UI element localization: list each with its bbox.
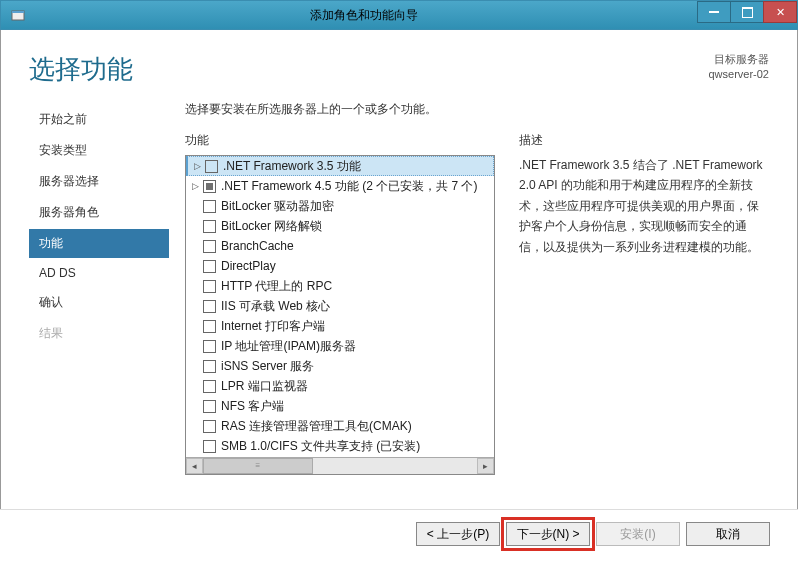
feature-label: Internet 打印客户端 — [221, 318, 325, 335]
feature-label: BitLocker 网络解锁 — [221, 218, 322, 235]
feature-label: BitLocker 驱动器加密 — [221, 198, 334, 215]
server-name: qwserver-02 — [708, 67, 769, 82]
cancel-button[interactable]: 取消 — [686, 522, 770, 546]
minimize-button[interactable] — [697, 1, 731, 23]
feature-label: iSNS Server 服务 — [221, 358, 314, 375]
server-label: 目标服务器 — [708, 52, 769, 67]
feature-row[interactable]: ▷.NET Framework 3.5 功能 — [186, 156, 494, 176]
scroll-track[interactable]: ≡ — [203, 458, 477, 474]
nav-item-0[interactable]: 开始之前 — [29, 105, 169, 134]
feature-checkbox[interactable] — [203, 360, 216, 373]
feature-checkbox[interactable] — [203, 400, 216, 413]
feature-row[interactable]: Internet 打印客户端 — [186, 316, 494, 336]
feature-row[interactable]: SMB 1.0/CIFS 文件共享支持 (已安装) — [186, 436, 494, 456]
nav-item-5[interactable]: AD DS — [29, 260, 169, 286]
feature-label: .NET Framework 3.5 功能 — [223, 158, 361, 175]
wizard-nav: 开始之前安装类型服务器选择服务器角色功能AD DS确认结果 — [29, 101, 169, 475]
feature-checkbox[interactable] — [203, 300, 216, 313]
feature-label: DirectPlay — [221, 259, 276, 273]
feature-label: IIS 可承载 Web 核心 — [221, 298, 330, 315]
feature-checkbox[interactable] — [203, 280, 216, 293]
feature-row[interactable]: iSNS Server 服务 — [186, 356, 494, 376]
instruction-text: 选择要安装在所选服务器上的一个或多个功能。 — [185, 101, 769, 118]
wizard-footer: < 上一步(P) 下一步(N) > 安装(I) 取消 — [0, 509, 798, 562]
install-button[interactable]: 安装(I) — [596, 522, 680, 546]
feature-checkbox[interactable] — [203, 220, 216, 233]
feature-row[interactable]: IP 地址管理(IPAM)服务器 — [186, 336, 494, 356]
page-title: 选择功能 — [29, 52, 708, 87]
description-heading: 描述 — [519, 132, 769, 149]
window-body: 选择功能 目标服务器 qwserver-02 开始之前安装类型服务器选择服务器角… — [0, 30, 798, 560]
feature-checkbox[interactable] — [203, 340, 216, 353]
feature-row[interactable]: NFS 客户端 — [186, 396, 494, 416]
feature-checkbox[interactable] — [203, 200, 216, 213]
app-icon — [7, 4, 29, 26]
feature-row[interactable]: HTTP 代理上的 RPC — [186, 276, 494, 296]
nav-item-2[interactable]: 服务器选择 — [29, 167, 169, 196]
scroll-left-button[interactable]: ◂ — [186, 458, 203, 474]
feature-row[interactable]: BitLocker 驱动器加密 — [186, 196, 494, 216]
next-button[interactable]: 下一步(N) > — [506, 522, 590, 546]
description-text: .NET Framework 3.5 结合了 .NET Framework 2.… — [519, 155, 769, 257]
feature-row[interactable]: LPR 端口监视器 — [186, 376, 494, 396]
maximize-button[interactable] — [730, 1, 764, 23]
feature-row[interactable]: RAS 连接管理器管理工具包(CMAK) — [186, 416, 494, 436]
nav-item-3[interactable]: 服务器角色 — [29, 198, 169, 227]
expander-icon[interactable]: ▷ — [192, 161, 202, 171]
scroll-right-button[interactable]: ▸ — [477, 458, 494, 474]
expander-icon[interactable]: ▷ — [190, 181, 200, 191]
feature-checkbox[interactable] — [203, 420, 216, 433]
feature-label: SMB 1.0/CIFS 文件共享支持 (已安装) — [221, 438, 420, 455]
feature-checkbox[interactable] — [205, 160, 218, 173]
feature-checkbox[interactable] — [203, 440, 216, 453]
feature-checkbox[interactable] — [203, 320, 216, 333]
server-info: 目标服务器 qwserver-02 — [708, 52, 769, 83]
feature-row[interactable]: ▷.NET Framework 4.5 功能 (2 个已安装，共 7 个) — [186, 176, 494, 196]
feature-label: NFS 客户端 — [221, 398, 284, 415]
feature-row[interactable]: BranchCache — [186, 236, 494, 256]
nav-item-6[interactable]: 确认 — [29, 288, 169, 317]
close-button[interactable] — [763, 1, 797, 23]
feature-row[interactable]: DirectPlay — [186, 256, 494, 276]
titlebar: 添加角色和功能向导 — [0, 0, 798, 30]
window-title: 添加角色和功能向导 — [29, 7, 698, 24]
scroll-thumb[interactable]: ≡ — [203, 458, 313, 474]
nav-item-7: 结果 — [29, 319, 169, 348]
feature-label: HTTP 代理上的 RPC — [221, 278, 332, 295]
feature-checkbox[interactable] — [203, 180, 216, 193]
features-listbox[interactable]: ▷.NET Framework 3.5 功能▷.NET Framework 4.… — [185, 155, 495, 475]
svg-rect-1 — [12, 11, 24, 13]
feature-label: LPR 端口监视器 — [221, 378, 308, 395]
features-heading: 功能 — [185, 132, 495, 149]
feature-row[interactable]: IIS 可承载 Web 核心 — [186, 296, 494, 316]
feature-checkbox[interactable] — [203, 260, 216, 273]
feature-checkbox[interactable] — [203, 380, 216, 393]
nav-item-1[interactable]: 安装类型 — [29, 136, 169, 165]
nav-item-4[interactable]: 功能 — [29, 229, 169, 258]
horizontal-scrollbar[interactable]: ◂ ≡ ▸ — [186, 457, 494, 474]
feature-checkbox[interactable] — [203, 240, 216, 253]
feature-label: RAS 连接管理器管理工具包(CMAK) — [221, 418, 412, 435]
feature-label: BranchCache — [221, 239, 294, 253]
feature-label: .NET Framework 4.5 功能 (2 个已安装，共 7 个) — [221, 178, 477, 195]
feature-label: IP 地址管理(IPAM)服务器 — [221, 338, 356, 355]
feature-row[interactable]: BitLocker 网络解锁 — [186, 216, 494, 236]
previous-button[interactable]: < 上一步(P) — [416, 522, 500, 546]
